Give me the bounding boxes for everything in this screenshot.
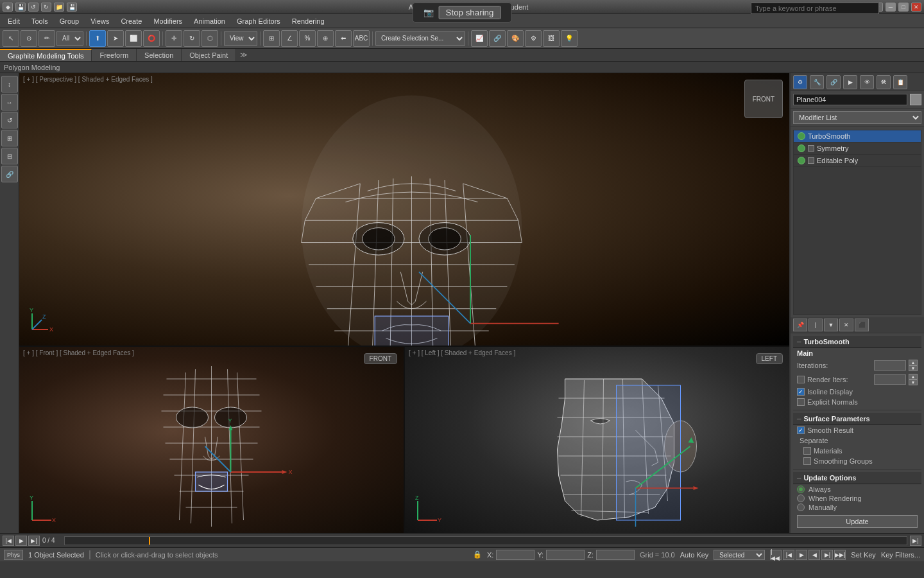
smooth-result-checkbox[interactable]: ✓ bbox=[797, 426, 805, 434]
panel-icon-display[interactable]: ⚙ bbox=[793, 75, 807, 89]
move-tool[interactable]: ✛ bbox=[166, 30, 182, 47]
viewport-bl-gizmo[interactable]: FRONT bbox=[364, 353, 397, 364]
materials-checkbox[interactable] bbox=[803, 447, 811, 455]
menu-graph-editors[interactable]: Graph Editors bbox=[232, 16, 286, 26]
stack-nav-funnel[interactable]: ▼ bbox=[824, 319, 838, 331]
modifier-list-dropdown[interactable]: Modifier List bbox=[793, 111, 921, 124]
manually-radio[interactable] bbox=[797, 504, 805, 511]
goto-end-btn[interactable]: ▶▶| bbox=[834, 550, 846, 560]
smoothing-groups-checkbox[interactable] bbox=[803, 457, 811, 465]
modifier-symmetry[interactable]: Symmetry bbox=[794, 143, 921, 155]
menu-modifiers[interactable]: Modifiers bbox=[148, 16, 187, 26]
selection-set-dropdown[interactable]: Create Selection Se... bbox=[375, 31, 465, 46]
save-btn[interactable]: 💾 bbox=[67, 3, 77, 12]
play-btn[interactable]: ▶ bbox=[15, 536, 27, 546]
render-frame-btn[interactable]: 🖼 bbox=[543, 30, 560, 47]
minimize-btn[interactable]: ─ bbox=[886, 3, 896, 12]
curve-editor-btn[interactable]: 📈 bbox=[471, 30, 488, 47]
select-move-tool[interactable]: ➤ bbox=[107, 30, 124, 47]
left-tool-3[interactable]: ↺ bbox=[1, 112, 18, 128]
stack-nav-delete[interactable]: ✕ bbox=[839, 319, 853, 331]
render-iters-up[interactable]: ▲ bbox=[909, 374, 918, 380]
rect-select-tool[interactable]: ⬜ bbox=[125, 30, 142, 47]
filter-dropdown[interactable]: All bbox=[56, 31, 83, 46]
mirror-tool[interactable]: ⬅ bbox=[335, 30, 352, 47]
render-iters-checkbox[interactable] bbox=[797, 376, 805, 383]
modifier-turbosmooth[interactable]: TurboSmooth bbox=[794, 130, 921, 143]
percent-snap[interactable]: % bbox=[299, 30, 316, 47]
object-name-input[interactable]: Plane004 bbox=[793, 94, 907, 105]
panel-icon-display2[interactable]: 👁 bbox=[860, 75, 874, 89]
select-tool[interactable]: ↖ bbox=[3, 30, 19, 47]
app-logo-btn[interactable]: ◆ bbox=[3, 3, 13, 12]
x-coord-input[interactable] bbox=[496, 550, 535, 560]
schematic-view-btn[interactable]: 🔗 bbox=[489, 30, 506, 47]
menu-views[interactable]: Views bbox=[85, 16, 114, 26]
snap-toggle[interactable]: ⊞ bbox=[263, 30, 280, 47]
left-tool-6[interactable]: 🔗 bbox=[1, 166, 18, 182]
iterations-up[interactable]: ▲ bbox=[909, 360, 918, 365]
iterations-down[interactable]: ▼ bbox=[909, 365, 918, 371]
modifier-checkbox-editable-poly[interactable] bbox=[808, 157, 814, 164]
phys-ac-btn[interactable]: Phys bbox=[4, 550, 23, 560]
modifier-editable-poly[interactable]: Editable Poly bbox=[794, 155, 921, 167]
auto-key-dropdown[interactable]: Selected bbox=[714, 550, 765, 560]
menu-group[interactable]: Group bbox=[55, 16, 85, 26]
goto-start-btn[interactable]: |◀◀ bbox=[770, 550, 782, 560]
panel-icon-motion[interactable]: ▶ bbox=[843, 75, 857, 89]
turbosmooth-section-title[interactable]: ─ TurboSmooth bbox=[793, 336, 921, 348]
panel-icon-extra[interactable]: 📋 bbox=[893, 75, 907, 89]
viewport-perspective[interactable]: [ + ] [ Perspective ] [ Shaded + Edged F… bbox=[19, 73, 789, 347]
align-tool[interactable]: ABC bbox=[353, 30, 370, 47]
menu-tools[interactable]: Tools bbox=[26, 16, 53, 26]
menu-edit[interactable]: Edit bbox=[3, 16, 25, 26]
quick-access-btn[interactable]: 💾 bbox=[15, 3, 26, 12]
update-options-title[interactable]: ─ Update Options bbox=[793, 472, 921, 484]
timeline-end-btn[interactable]: ▶| bbox=[910, 536, 921, 546]
y-coord-input[interactable] bbox=[546, 550, 585, 560]
object-color-swatch[interactable] bbox=[910, 94, 921, 105]
open-btn[interactable]: 📁 bbox=[54, 3, 64, 12]
render-setup-btn[interactable]: ⚙ bbox=[525, 30, 542, 47]
redo-btn[interactable]: ↻ bbox=[41, 3, 51, 12]
next-frame-btn2[interactable]: ▶| bbox=[821, 550, 833, 560]
timeline-track[interactable] bbox=[64, 536, 907, 545]
viewport-mode-dropdown[interactable]: View bbox=[224, 31, 257, 46]
select-region-tool[interactable]: ⊙ bbox=[21, 30, 37, 47]
left-tool-1[interactable]: ↕ bbox=[1, 76, 18, 92]
explicit-normals-checkbox[interactable] bbox=[797, 398, 805, 406]
close-btn[interactable]: ✕ bbox=[911, 3, 921, 12]
play-anim-btn[interactable]: ▶ bbox=[796, 550, 807, 560]
search-input[interactable] bbox=[751, 3, 879, 14]
viewport-br-gizmo[interactable]: LEFT bbox=[756, 353, 783, 364]
circle-select-tool[interactable]: ⭕ bbox=[143, 30, 160, 47]
panel-icon-utility[interactable]: 🛠 bbox=[877, 75, 891, 89]
viewport-left[interactable]: [ + ] [ Left ] [ Shaded + Edged Faces ] … bbox=[405, 347, 789, 533]
left-tool-5[interactable]: ⊟ bbox=[1, 148, 18, 164]
rotate-tool[interactable]: ↻ bbox=[184, 30, 200, 47]
tab-object-paint[interactable]: Object Paint bbox=[182, 49, 236, 61]
left-tool-4[interactable]: ⊞ bbox=[1, 130, 18, 146]
undo-btn[interactable]: ↺ bbox=[28, 3, 38, 12]
stack-nav-collapse[interactable]: ⬛ bbox=[855, 319, 869, 331]
when-rendering-radio[interactable] bbox=[797, 495, 805, 502]
render-iters-down[interactable]: ▼ bbox=[909, 380, 918, 385]
spinner-snap[interactable]: ⊕ bbox=[317, 30, 334, 47]
z-coord-input[interactable] bbox=[596, 550, 635, 560]
material-editor-btn[interactable]: 🎨 bbox=[507, 30, 524, 47]
viewport-nav-cube-top[interactable]: FRONT bbox=[744, 80, 783, 118]
stack-nav-up[interactable]: | bbox=[809, 319, 823, 331]
update-button[interactable]: Update bbox=[797, 515, 918, 528]
panel-icon-hierarchy[interactable]: 🔗 bbox=[826, 75, 841, 89]
prev-frame-btn2[interactable]: |◀ bbox=[783, 550, 794, 560]
stop-sharing-button[interactable]: Stop sharing bbox=[439, 6, 501, 19]
tab-extra-btn[interactable]: ≫ bbox=[236, 49, 252, 60]
active-shade-btn[interactable]: 💡 bbox=[561, 30, 578, 47]
panel-icon-modify[interactable]: 🔧 bbox=[810, 75, 824, 89]
menu-animation[interactable]: Animation bbox=[189, 16, 230, 26]
isoline-checkbox[interactable]: ✓ bbox=[797, 388, 805, 396]
scale-tool[interactable]: ⬡ bbox=[201, 30, 218, 47]
maximize-btn[interactable]: □ bbox=[898, 3, 909, 12]
tab-freeform[interactable]: Freeform bbox=[92, 49, 137, 61]
menu-rendering[interactable]: Rendering bbox=[287, 16, 330, 26]
